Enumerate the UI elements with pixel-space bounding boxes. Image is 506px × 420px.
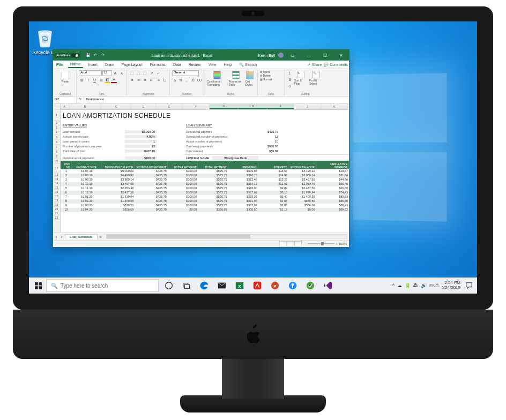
- fill-icon[interactable]: ⬇: [287, 77, 293, 82]
- user-avatar[interactable]: [278, 52, 284, 58]
- borders-button[interactable]: ⊞: [98, 77, 104, 83]
- save-icon[interactable]: 💾: [85, 52, 91, 58]
- payment-row[interactable]: 516.11.19$2.953,46$425,75$100,00$525,75$…: [61, 186, 349, 191]
- col-header-K[interactable]: K: [321, 104, 348, 109]
- col-header-E[interactable]: E: [156, 104, 183, 109]
- sheet-tab-loan-schedule[interactable]: Loan Schedule: [65, 234, 98, 239]
- user-name[interactable]: Kevin Bell: [258, 54, 275, 57]
- loan-amount-value[interactable]: $5.000,00: [125, 130, 157, 133]
- undo-icon[interactable]: ↶: [93, 52, 98, 58]
- tray-clock[interactable]: 2:24 PM 5/24/2019: [441, 281, 460, 290]
- sketchup-icon[interactable]: [249, 278, 265, 294]
- conditional-formatting-button[interactable]: Conditional Formatting: [206, 70, 227, 87]
- tab-page-layout[interactable]: Page Layout: [119, 62, 144, 68]
- row-header-16[interactable]: 16: [53, 190, 60, 194]
- col-header-A[interactable]: A: [61, 104, 69, 109]
- edge-icon[interactable]: [196, 278, 212, 294]
- tab-review[interactable]: Review: [187, 62, 203, 68]
- payment-row[interactable]: 316.09.19$3.980,14$425,75$100,00$525,75$…: [61, 178, 349, 182]
- windows-desktop[interactable]: Recycle Bin AutoSave 💾 ↶ ↷: [29, 21, 477, 294]
- start-date-value[interactable]: 16.07.19: [125, 149, 157, 153]
- app-green-icon[interactable]: [302, 278, 318, 294]
- powerpoint-icon[interactable]: P: [267, 278, 283, 294]
- tab-draw[interactable]: Draw: [103, 62, 116, 68]
- row-header-15[interactable]: 15: [53, 185, 60, 190]
- visual-studio-icon[interactable]: [320, 278, 336, 294]
- zoom-level[interactable]: 100%: [339, 242, 347, 245]
- row-header-14[interactable]: 14: [53, 181, 60, 185]
- number-format-selector[interactable]: General: [172, 70, 199, 76]
- payment-row[interactable]: 416.10.19$3.467,65$425,75$100,00$525,75$…: [61, 182, 349, 186]
- start-button[interactable]: [30, 278, 46, 294]
- comma-icon[interactable]: ,: [184, 77, 189, 83]
- row-header-2[interactable]: 2: [53, 121, 60, 125]
- col-header-B[interactable]: B: [69, 104, 101, 109]
- maximize-button[interactable]: ☐: [318, 50, 332, 61]
- share-button[interactable]: ↗ Share: [307, 63, 322, 67]
- row-header-1[interactable]: 1: [53, 110, 60, 121]
- tray-volume-icon[interactable]: 🔊: [421, 283, 427, 288]
- merge-center-icon[interactable]: ⊟: [161, 77, 167, 83]
- col-header-J[interactable]: J: [294, 104, 321, 109]
- increase-font-icon[interactable]: A: [113, 70, 118, 76]
- fill-color-button[interactable]: ◧: [105, 77, 110, 83]
- horizontal-scrollbar[interactable]: [106, 234, 347, 239]
- align-middle-icon[interactable]: ⬚: [136, 70, 142, 76]
- row-header-21[interactable]: 21: [53, 211, 60, 215]
- minimize-button[interactable]: —: [302, 50, 316, 61]
- col-header-F[interactable]: F: [183, 104, 210, 109]
- wrap-text-icon[interactable]: ⤶: [155, 70, 161, 76]
- tray-battery-icon[interactable]: 🔋: [405, 283, 411, 288]
- align-right-icon[interactable]: ≡: [142, 77, 148, 83]
- redo-icon[interactable]: ↷: [100, 52, 106, 58]
- lender-name-value[interactable]: Woodgrove Bank: [212, 156, 258, 160]
- autosum-icon[interactable]: Σ: [287, 70, 293, 76]
- tab-help[interactable]: Help: [222, 62, 234, 68]
- extra-payment-value[interactable]: $100,00: [125, 156, 157, 160]
- tab-view[interactable]: View: [206, 62, 219, 68]
- format-cells-button[interactable]: ▦ Format: [260, 78, 282, 81]
- payment-row[interactable]: 716.01.20$1.919,94$425,75$100,00$525,75$…: [61, 195, 349, 199]
- tab-file[interactable]: File: [54, 62, 65, 68]
- ribbon-display-options[interactable]: ▭: [286, 50, 300, 61]
- payment-row[interactable]: 216.08.19$4.490,92$425,75$100,00$525,75$…: [61, 174, 349, 178]
- tray-onedrive-icon[interactable]: ☁: [397, 283, 402, 288]
- decrease-indent-icon[interactable]: ⇤: [148, 77, 154, 83]
- new-sheet-button[interactable]: ⊕: [98, 235, 104, 238]
- payment-row[interactable]: 616.12.19$2.437,56$425,75$100,00$525,75$…: [61, 191, 349, 195]
- italic-button[interactable]: I: [85, 77, 91, 83]
- row-header-18[interactable]: 18: [53, 198, 60, 202]
- loan-period-value[interactable]: 1: [125, 140, 157, 143]
- zoom-out-button[interactable]: —: [303, 242, 307, 245]
- sheet-nav-prev[interactable]: ◂: [53, 235, 59, 238]
- fx-icon[interactable]: fx: [77, 97, 84, 103]
- action-center-icon[interactable]: [463, 280, 475, 291]
- zoom-in-button[interactable]: +: [336, 242, 338, 245]
- tray-language[interactable]: ENG: [429, 283, 438, 288]
- autosave-switch[interactable]: [71, 54, 79, 57]
- excel-titlebar[interactable]: AutoSave 💾 ↶ ↷ Loan amortization schedul…: [53, 50, 349, 61]
- increase-indent-icon[interactable]: ⇥: [155, 77, 161, 83]
- autosave-toggle[interactable]: AutoSave: [54, 53, 81, 58]
- clear-icon[interactable]: ◇: [287, 83, 293, 89]
- col-header-C[interactable]: C: [101, 104, 131, 109]
- row-header-5[interactable]: 5: [53, 135, 60, 140]
- align-bottom-icon[interactable]: ⬚: [142, 70, 148, 76]
- font-selector[interactable]: Arial: [79, 70, 102, 76]
- row-header-17[interactable]: 17: [53, 194, 60, 198]
- comments-button[interactable]: 💬 Comments: [324, 63, 348, 67]
- row-header-11[interactable]: 11: [53, 164, 60, 172]
- font-color-button[interactable]: A: [111, 77, 117, 83]
- row-header-19[interactable]: 19: [53, 202, 60, 207]
- row-header-22[interactable]: 22: [53, 215, 60, 220]
- orientation-icon[interactable]: ↗: [148, 70, 154, 76]
- task-view-icon[interactable]: [178, 278, 195, 294]
- row-header-4[interactable]: 4: [53, 130, 60, 135]
- col-header-D[interactable]: D: [131, 104, 156, 109]
- format-as-table-button[interactable]: Format as Table: [228, 70, 243, 87]
- row-header-3[interactable]: 3: [53, 125, 60, 130]
- underline-button[interactable]: U: [92, 77, 98, 83]
- row-header-7[interactable]: 7: [53, 145, 60, 149]
- tray-chevron-up-icon[interactable]: ^: [392, 283, 395, 288]
- tab-home[interactable]: Home: [68, 61, 83, 68]
